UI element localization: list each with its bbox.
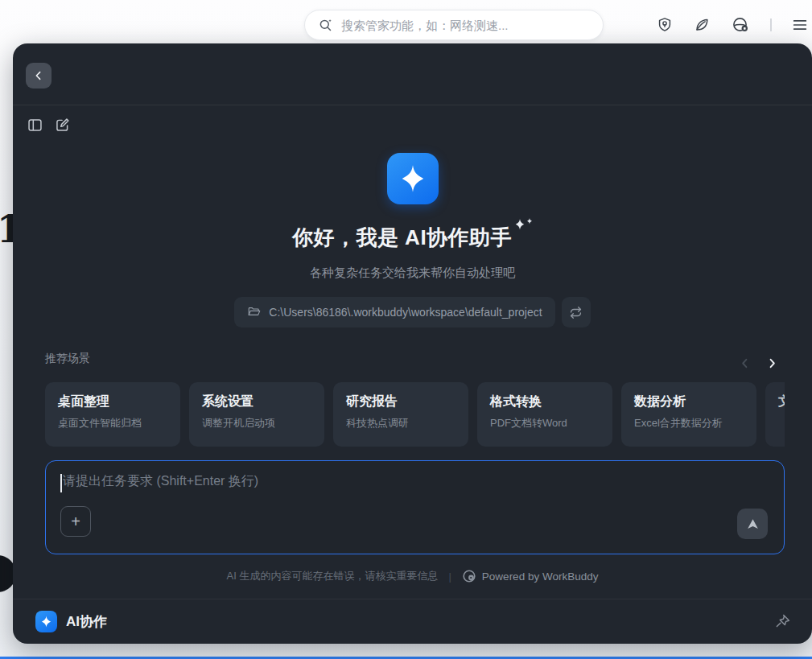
bottom-bar: AI协作 — [13, 599, 812, 644]
workspace-path-selector[interactable]: C:\Users\86186\.workbuddy\workspace\defa… — [234, 297, 554, 327]
scenario-card-subtitle: PDF文档转Word — [490, 416, 600, 430]
panel-toolbar — [26, 116, 71, 134]
ai-collab-label: AI协作 — [66, 612, 107, 631]
scenarios-next-button[interactable] — [765, 356, 778, 369]
scenario-card-title: 系统设置 — [202, 393, 311, 410]
scenario-card-title: 文 — [778, 393, 785, 410]
sparkle-icon — [513, 216, 534, 240]
footer: AI 生成的内容可能存在错误，请核实重要信息 | Powered by Work… — [13, 569, 812, 583]
scenario-card-system[interactable]: 系统设置 调整开机启动项 — [189, 382, 324, 447]
scenarios-prev-button[interactable] — [738, 356, 751, 369]
topbar-icons — [656, 11, 809, 39]
ai-collab-logo — [35, 611, 57, 632]
scenario-card-subtitle: 桌面文件智能归档 — [58, 416, 167, 430]
scenario-card-subtitle: Excel合并数据分析 — [634, 416, 744, 430]
new-chat-icon[interactable] — [53, 116, 71, 134]
scenario-card-subtitle: 调整开机启动项 — [202, 416, 311, 430]
text-caret — [60, 474, 62, 492]
scenario-card-title: 格式转换 — [490, 393, 600, 410]
pin-icon — [773, 612, 791, 630]
scenario-card-data[interactable]: 数据分析 Excel合并数据分析 — [621, 382, 756, 447]
scenario-card-clipped[interactable]: 文 — [765, 382, 785, 447]
topbar-divider — [770, 19, 772, 31]
app-logo — [387, 153, 439, 204]
swap-icon — [568, 305, 583, 320]
footer-divider: | — [448, 570, 451, 583]
greeting-subtitle: 各种复杂任务交给我来帮你自动处理吧 — [13, 266, 812, 281]
ai-assistant-panel: 你好，我是 AI协作助手 各种复杂任务交给我来帮你自动处理吧 C:\Users\… — [13, 43, 812, 644]
scenario-cards: 桌面整理 桌面文件智能归档 系统设置 调整开机启动项 研究报告 科技热点调研 格… — [45, 382, 785, 450]
scenarios-nav — [738, 356, 778, 369]
back-button[interactable] — [26, 63, 52, 89]
search-icon — [318, 18, 333, 33]
leaf-mode-icon[interactable] — [693, 16, 711, 34]
header-divider — [13, 105, 812, 105]
scenarios-label: 推荐场景 — [45, 352, 90, 366]
task-composer: + — [45, 460, 785, 554]
ai-disclaimer: AI 生成的内容可能存在错误，请核实重要信息 — [227, 569, 439, 583]
search-input[interactable] — [341, 19, 590, 32]
ai-collab-tab[interactable]: AI协作 — [35, 611, 107, 632]
scenario-card-research[interactable]: 研究报告 科技热点调研 — [333, 382, 468, 447]
shield-protect-icon[interactable] — [656, 16, 674, 34]
send-button[interactable] — [737, 509, 768, 539]
star-spark-icon — [39, 615, 53, 628]
pin-button[interactable] — [773, 612, 791, 630]
greeting-title: 你好，我是 AI协作助手 — [13, 224, 812, 252]
scenario-card-title: 数据分析 — [634, 393, 744, 410]
task-input[interactable] — [63, 473, 755, 500]
top-search-bar[interactable] — [304, 10, 604, 40]
assistant-mascot-icon[interactable] — [730, 15, 751, 35]
star-spark-icon — [397, 163, 429, 195]
workspace-row: C:\Users\86186\.workbuddy\workspace\defa… — [13, 297, 812, 327]
change-workspace-button[interactable] — [562, 297, 591, 327]
scenario-card-title: 桌面整理 — [58, 393, 167, 410]
scenario-card-title: 研究报告 — [346, 393, 455, 410]
folder-icon — [247, 305, 262, 319]
workbuddy-logo-icon — [462, 569, 476, 583]
menu-icon[interactable] — [791, 16, 809, 34]
scenario-card-desktop[interactable]: 桌面整理 桌面文件智能归档 — [45, 382, 180, 447]
chevron-left-icon — [32, 69, 45, 82]
attach-button[interactable]: + — [60, 506, 91, 537]
send-arrow-icon — [745, 517, 760, 532]
scenario-card-convert[interactable]: 格式转换 PDF文档转Word — [477, 382, 612, 447]
workspace-path: C:\Users\86186\.workbuddy\workspace\defa… — [269, 306, 542, 319]
screen: 1 — [0, 0, 812, 659]
powered-by: Powered by WorkBuddy — [462, 569, 599, 583]
sidebar-toggle-icon[interactable] — [26, 116, 43, 134]
scenario-card-subtitle: 科技热点调研 — [346, 416, 455, 430]
